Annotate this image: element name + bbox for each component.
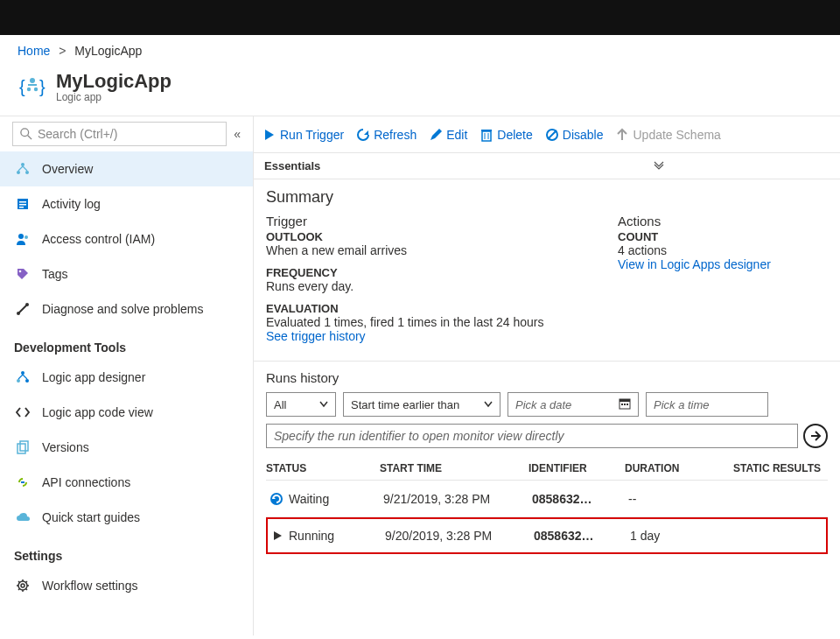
sidebar-item-label: Overview bbox=[42, 162, 93, 176]
svg-rect-14 bbox=[19, 207, 24, 208]
svg-point-26 bbox=[21, 584, 24, 587]
sidebar-item-designer[interactable]: Logic app designer bbox=[0, 360, 253, 395]
disable-button[interactable]: Disable bbox=[545, 128, 604, 142]
search-placeholder: Search (Ctrl+/) bbox=[38, 127, 117, 141]
identifier-text: 0858632… bbox=[532, 492, 628, 506]
breadcrumb: Home > MyLogicApp bbox=[0, 35, 840, 67]
table-row[interactable]: Waiting9/21/2019, 3:28 PM0858632…-- bbox=[266, 481, 828, 517]
sidebar-item-activity-log[interactable]: Activity log bbox=[0, 186, 253, 221]
logic-app-icon: { } bbox=[18, 72, 47, 102]
toolbar: Run Trigger Refresh Edit Delete Disable … bbox=[254, 116, 840, 153]
refresh-button[interactable]: Refresh bbox=[356, 128, 416, 142]
svg-point-16 bbox=[24, 235, 28, 239]
svg-text:}: } bbox=[39, 77, 46, 96]
sidebar-item-api-connections[interactable]: API connections bbox=[0, 465, 253, 500]
essentials-toggle[interactable]: Essentials bbox=[254, 153, 840, 179]
go-button[interactable] bbox=[803, 424, 828, 448]
sidebar-item-label: Versions bbox=[42, 440, 89, 454]
col-static-results: STATIC RESULTS bbox=[712, 462, 828, 474]
svg-point-8 bbox=[21, 163, 24, 166]
link-icon bbox=[14, 474, 32, 491]
svg-point-18 bbox=[17, 312, 20, 315]
sidebar-item-overview[interactable]: Overview bbox=[0, 151, 253, 186]
cloud-icon bbox=[14, 509, 32, 526]
col-identifier: IDENTIFIER bbox=[528, 462, 625, 474]
svg-rect-35 bbox=[621, 404, 623, 405]
sidebar-item-diagnose[interactable]: Diagnose and solve problems bbox=[0, 291, 253, 327]
content-pane: Run Trigger Refresh Edit Delete Disable … bbox=[254, 116, 840, 635]
duration-text: -- bbox=[628, 492, 716, 506]
top-bar bbox=[0, 0, 840, 35]
table-row[interactable]: Running9/20/2019, 3:28 PM0858632…1 day bbox=[266, 517, 828, 554]
pencil-icon bbox=[429, 128, 443, 142]
sidebar-item-access-control[interactable]: Access control (IAM) bbox=[0, 221, 253, 256]
frequency-head: FREQUENCY bbox=[266, 266, 618, 279]
start-time-text: 9/21/2019, 3:28 PM bbox=[383, 492, 532, 506]
svg-point-10 bbox=[25, 171, 29, 174]
gear-icon bbox=[14, 577, 32, 594]
see-trigger-history-link[interactable]: See trigger history bbox=[266, 329, 618, 343]
sidebar-item-label: Logic app designer bbox=[42, 370, 145, 384]
duration-text: 1 day bbox=[630, 529, 718, 543]
trigger-label: Trigger bbox=[266, 214, 618, 228]
svg-point-21 bbox=[17, 379, 20, 383]
col-start-time: START TIME bbox=[380, 462, 528, 474]
view-designer-link[interactable]: View in Logic Apps designer bbox=[618, 257, 828, 271]
sidebar-section-settings: Settings bbox=[0, 535, 253, 568]
status-text: Running bbox=[289, 529, 334, 543]
time-picker[interactable]: Pick a time bbox=[646, 392, 768, 417]
sidebar: Search (Ctrl+/) « Overview Activity log … bbox=[0, 116, 254, 635]
svg-rect-24 bbox=[20, 441, 28, 451]
breadcrumb-home[interactable]: Home bbox=[18, 44, 50, 58]
run-identifier-input[interactable]: Specify the run identifier to open monit… bbox=[266, 424, 798, 448]
run-trigger-button[interactable]: Run Trigger bbox=[262, 128, 344, 142]
sidebar-item-label: Access control (IAM) bbox=[42, 232, 155, 246]
svg-rect-28 bbox=[481, 130, 492, 131]
chevron-down-icon bbox=[319, 398, 328, 411]
svg-point-4 bbox=[34, 88, 38, 91]
sidebar-item-versions[interactable]: Versions bbox=[0, 430, 253, 465]
sidebar-item-label: Diagnose and solve problems bbox=[42, 302, 203, 316]
breadcrumb-current: MyLogicApp bbox=[74, 44, 142, 58]
chevron-down-icon bbox=[653, 158, 665, 173]
date-picker[interactable]: Pick a date bbox=[508, 392, 639, 417]
svg-rect-13 bbox=[19, 204, 26, 206]
collapse-sidebar-button[interactable]: « bbox=[234, 127, 241, 141]
delete-button[interactable]: Delete bbox=[480, 128, 532, 142]
count-text: 4 actions bbox=[618, 243, 828, 257]
wrench-icon bbox=[14, 300, 32, 318]
svg-rect-2 bbox=[28, 84, 37, 86]
svg-rect-23 bbox=[18, 444, 25, 453]
sidebar-item-code-view[interactable]: Logic app code view bbox=[0, 395, 253, 430]
search-input[interactable]: Search (Ctrl+/) bbox=[12, 122, 227, 146]
evaluation-text: Evaluated 1 times, fired 1 times in the … bbox=[266, 315, 618, 329]
sidebar-item-tags[interactable]: Tags bbox=[0, 256, 253, 291]
start-time-filter-select[interactable]: Start time earlier than bbox=[343, 392, 500, 417]
svg-point-17 bbox=[19, 270, 22, 273]
sidebar-item-workflow-settings[interactable]: Workflow settings bbox=[0, 568, 253, 603]
designer-icon bbox=[14, 369, 32, 386]
chevron-down-icon bbox=[484, 398, 493, 411]
outlook-head: OUTLOOK bbox=[266, 230, 618, 243]
refresh-icon bbox=[356, 128, 370, 142]
sidebar-item-label: Workflow settings bbox=[42, 579, 137, 593]
svg-point-20 bbox=[21, 371, 24, 375]
svg-point-6 bbox=[21, 129, 29, 137]
edit-button[interactable]: Edit bbox=[429, 128, 467, 142]
actions-label: Actions bbox=[618, 214, 828, 228]
svg-point-3 bbox=[27, 88, 31, 91]
page-subtitle: Logic app bbox=[56, 91, 172, 103]
sidebar-item-label: Tags bbox=[42, 267, 68, 281]
svg-line-7 bbox=[28, 136, 32, 139]
svg-rect-12 bbox=[19, 201, 26, 203]
col-status: STATUS bbox=[266, 462, 380, 474]
up-arrow-icon bbox=[615, 128, 629, 142]
status-filter-select[interactable]: All bbox=[266, 392, 336, 417]
sidebar-item-quick-start[interactable]: Quick start guides bbox=[0, 500, 253, 535]
svg-line-32 bbox=[548, 130, 556, 139]
svg-rect-37 bbox=[626, 404, 628, 405]
page-header: { } MyLogicApp Logic app bbox=[0, 67, 840, 116]
arrow-right-icon bbox=[809, 430, 822, 442]
activity-log-icon bbox=[14, 195, 32, 213]
svg-text:{: { bbox=[19, 77, 25, 96]
